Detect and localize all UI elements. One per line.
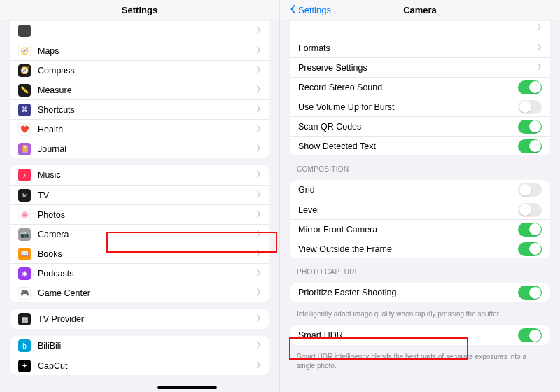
- chevron-right-icon: [256, 314, 261, 324]
- home-indicator: [158, 386, 217, 389]
- settings-row-shortcuts[interactable]: ⌘ Shortcuts: [10, 99, 270, 119]
- toggle-switch[interactable]: [518, 139, 542, 153]
- settings-row-capcut[interactable]: ✦ CapCut: [10, 356, 270, 375]
- camera-row-mirror-front-camera[interactable]: Mirror Front Camera: [290, 219, 550, 239]
- settings-row-health[interactable]: ❤️ Health: [10, 119, 270, 139]
- chevron-right-icon: [256, 85, 261, 95]
- camera-row-preserve-settings[interactable]: Preserve Settings: [290, 57, 550, 77]
- toggle-switch[interactable]: [518, 80, 542, 94]
- settings-row-books[interactable]: 📖 Books: [10, 244, 270, 263]
- camera-row-label: Formats: [298, 43, 537, 53]
- toggle-switch[interactable]: [518, 242, 542, 256]
- chevron-right-icon: [256, 66, 261, 76]
- toggle-switch[interactable]: [518, 286, 542, 300]
- podcasts-icon: ◉: [18, 267, 31, 280]
- camera-row-label: Level: [298, 205, 518, 215]
- chevron-right-icon: [256, 190, 261, 200]
- camera-row-level[interactable]: Level: [290, 200, 550, 219]
- left-title: Settings: [122, 5, 158, 15]
- settings-row-label: Camera: [38, 230, 256, 239]
- camera-row-label: Record Stereo Sound: [298, 83, 518, 92]
- books-icon: 📖: [18, 248, 31, 260]
- camera-row-label: Use Volume Up for Burst: [298, 102, 518, 112]
- settings-row-bilibili[interactable]: b BiliBili: [10, 336, 270, 356]
- journal-icon: 📔: [18, 143, 31, 155]
- capcut-icon: ✦: [18, 360, 31, 372]
- settings-row-camera[interactable]: 📷 Camera: [10, 224, 270, 244]
- settings-row-photos[interactable]: 🌸 Photos: [10, 204, 270, 224]
- section-header: COMPOSITION: [297, 165, 543, 173]
- chevron-right-icon: [256, 210, 261, 220]
- camera-row-grid[interactable]: Grid: [290, 180, 550, 200]
- camera-icon: 📷: [18, 228, 31, 241]
- measure-icon: 📏: [18, 84, 31, 97]
- chevron-right-icon: [256, 144, 261, 154]
- chevron-right-icon: [537, 63, 542, 73]
- settings-row-label: Compass: [38, 66, 256, 76]
- bilibili-icon: b: [18, 340, 31, 352]
- camera-row-record-stereo-sound[interactable]: Record Stereo Sound: [290, 77, 550, 97]
- settings-row-label: Books: [38, 249, 256, 259]
- settings-row-compass[interactable]: 🧭 Compass: [10, 60, 270, 80]
- tv-icon: tv: [18, 189, 31, 202]
- chevron-left-icon: [290, 4, 297, 16]
- toggle-switch[interactable]: [518, 203, 542, 217]
- camera-row-formats[interactable]: Formats: [290, 38, 550, 57]
- chevron-right-icon: [256, 46, 261, 56]
- chevron-right-icon: [537, 23, 542, 33]
- chevron-right-icon: [256, 341, 261, 351]
- camera-row-prioritize-faster-shooting[interactable]: Prioritize Faster Shooting: [290, 283, 550, 302]
- right-title: Camera: [403, 5, 437, 15]
- camera-row-smart-hdr[interactable]: Smart HDR: [290, 326, 550, 345]
- left-navbar: Settings: [0, 0, 279, 21]
- toggle-switch[interactable]: [518, 100, 542, 114]
- settings-list: 🧭 Maps 🧭 Compass 📏 Measure ⌘ Shortcuts ❤…: [0, 21, 279, 375]
- music-icon: ♪: [18, 169, 31, 181]
- settings-row-music[interactable]: ♪ Music: [10, 165, 270, 185]
- settings-row-podcasts[interactable]: ◉ Podcasts: [10, 263, 270, 283]
- camera-row-view-outside-the-frame[interactable]: View Outside the Frame: [290, 239, 550, 258]
- settings-row-game-center[interactable]: 🎮 Game Center: [10, 283, 270, 302]
- settings-row-item[interactable]: [10, 21, 270, 41]
- item-icon: [18, 24, 31, 37]
- settings-row-journal[interactable]: 📔 Journal: [10, 139, 270, 158]
- settings-row-label: Game Center: [38, 288, 256, 298]
- camera-row-scan-qr-codes[interactable]: Scan QR Codes: [290, 116, 550, 136]
- toggle-switch[interactable]: [518, 120, 542, 134]
- camera-row-label: Scan QR Codes: [298, 122, 518, 132]
- back-button[interactable]: Settings: [290, 4, 331, 16]
- health-icon: ❤️: [18, 123, 31, 136]
- chevron-right-icon: [256, 170, 261, 180]
- settings-row-label: Measure: [38, 85, 256, 95]
- camera-row-label: Mirror Front Camera: [298, 225, 518, 234]
- chevron-right-icon: [256, 105, 261, 115]
- maps-icon: 🧭: [18, 45, 31, 57]
- toggle-switch[interactable]: [518, 223, 542, 237]
- back-label: Settings: [298, 5, 331, 15]
- settings-row-label: Journal: [38, 144, 256, 154]
- settings-row-label: Maps: [38, 46, 256, 56]
- shortcuts-icon: ⌘: [18, 104, 31, 116]
- camera-row-label: Prioritize Faster Shooting: [298, 288, 518, 298]
- settings-row-label: BiliBili: [38, 341, 256, 351]
- game-center-icon: 🎮: [18, 287, 31, 300]
- camera-row-use-volume-up-for-burst[interactable]: Use Volume Up for Burst: [290, 97, 550, 116]
- settings-row-label: Music: [38, 170, 256, 180]
- settings-row-label: TV Provider: [38, 314, 256, 324]
- toggle-switch[interactable]: [518, 183, 542, 197]
- toggle-switch[interactable]: [518, 328, 542, 342]
- settings-row-tv-provider[interactable]: ▦ TV Provider: [10, 309, 270, 329]
- settings-row-label: Health: [38, 125, 256, 134]
- photos-icon: 🌸: [18, 209, 31, 221]
- camera-row-show-detected-text[interactable]: Show Detected Text: [290, 136, 550, 155]
- settings-row-measure[interactable]: 📏 Measure: [10, 80, 270, 99]
- camera-row-item[interactable]: [290, 18, 550, 38]
- section-footer: Smart HDR intelligently blends the best …: [297, 352, 543, 370]
- settings-row-tv[interactable]: tv TV: [10, 185, 270, 204]
- chevron-right-icon: [256, 230, 261, 239]
- camera-row-label: Smart HDR: [298, 330, 518, 340]
- settings-row-maps[interactable]: 🧭 Maps: [10, 41, 270, 60]
- chevron-right-icon: [256, 249, 261, 259]
- settings-row-label: Podcasts: [38, 269, 256, 279]
- camera-settings: Formats Preserve Settings Record Stereo …: [280, 18, 560, 370]
